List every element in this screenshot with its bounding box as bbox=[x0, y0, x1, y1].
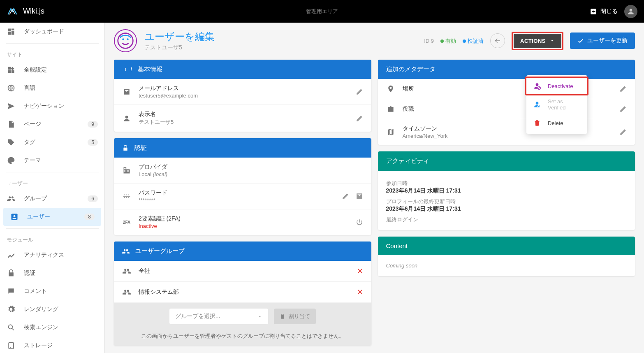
dropdown-item-delete[interactable]: Delete bbox=[526, 115, 587, 131]
page-title: ユーザーを編集 bbox=[144, 30, 215, 43]
sidebar-item-tags[interactable]: タグ5 bbox=[0, 133, 104, 151]
edit-email-button[interactable] bbox=[356, 88, 363, 95]
exit-icon bbox=[590, 8, 597, 15]
password-icon bbox=[122, 192, 131, 200]
updated-label: プロフィールの最終更新日時 bbox=[386, 198, 627, 205]
group-select[interactable]: グループを選択... bbox=[169, 309, 268, 324]
svg-rect-4 bbox=[9, 343, 14, 349]
groups-icon bbox=[122, 267, 131, 275]
clipboard-icon bbox=[280, 314, 285, 319]
svg-point-7 bbox=[127, 38, 128, 40]
tfa-power-button[interactable] bbox=[356, 218, 363, 226]
activity-header: アクティビティ bbox=[378, 151, 635, 171]
edit-location-button[interactable] bbox=[619, 85, 627, 93]
email-icon bbox=[122, 88, 131, 96]
updated-value: 2023年6月14日 水曜日 17:31 bbox=[386, 205, 627, 213]
joined-value: 2023年6月14日 水曜日 17:31 bbox=[386, 187, 627, 195]
tag-icon bbox=[7, 138, 16, 147]
person-cancel-icon bbox=[533, 82, 541, 90]
group-note: この画面からユーザーを管理者やゲストのグループに割り当てることはできません。 bbox=[114, 330, 371, 346]
location-icon bbox=[386, 85, 395, 93]
status-verified: 検証済 bbox=[463, 37, 484, 45]
navigation-icon bbox=[7, 102, 16, 111]
assign-group-button[interactable]: 割り当て bbox=[274, 309, 316, 324]
groups-count-badge: 6 bbox=[88, 195, 98, 202]
lock-icon bbox=[122, 145, 129, 151]
analytics-icon bbox=[7, 251, 16, 260]
page-subtitle: テストユーザ5 bbox=[144, 44, 215, 51]
remove-group-1-button[interactable]: ✕ bbox=[357, 288, 363, 297]
pencil-icon bbox=[619, 85, 627, 93]
search-engine-icon bbox=[7, 323, 16, 332]
remove-group-0-button[interactable]: ✕ bbox=[357, 267, 363, 276]
close-button[interactable]: 閉じる bbox=[590, 8, 618, 15]
user-avatar-large bbox=[114, 29, 137, 52]
dropdown-item-deactivate[interactable]: Deactivate bbox=[525, 77, 588, 95]
sidebar-item-general[interactable]: 全般設定 bbox=[0, 61, 104, 79]
tags-count-badge: 5 bbox=[88, 139, 98, 146]
edit-name-button[interactable] bbox=[356, 115, 363, 122]
auth-card: 認証 プロバイダLocal (local) パスワード******** 2FA … bbox=[114, 138, 371, 235]
sidebar-item-groups[interactable]: グループ6 bbox=[0, 190, 104, 208]
actions-button[interactable]: ACTIONS bbox=[514, 34, 561, 48]
joined-label: 参加日時 bbox=[386, 180, 627, 187]
send-password-button[interactable] bbox=[356, 193, 363, 200]
globe-icon bbox=[7, 84, 16, 93]
sidebar-head-users: ユーザー bbox=[0, 175, 104, 190]
tfa-badge-icon: 2FA bbox=[122, 220, 131, 225]
person-check-icon bbox=[533, 100, 541, 109]
trash-icon bbox=[533, 119, 541, 127]
metadata-header: 追加のメタデータ bbox=[378, 60, 635, 79]
power-icon bbox=[356, 218, 363, 226]
login-label: 最終ログイン bbox=[386, 216, 627, 223]
actions-dropdown: Deactivate Set as Verified Delete bbox=[526, 75, 587, 134]
page-header: ユーザーを編集 テストユーザ5 ID 9 有効 検証済 ACTIONS ユーザー… bbox=[114, 29, 635, 52]
edit-timezone-button[interactable] bbox=[619, 128, 627, 136]
sidebar: ダッシュボード サイト 全般設定 言語 ナビゲーション ページ9 タグ5 テーマ… bbox=[0, 23, 105, 353]
name-row: 表示名テストユーザ5 bbox=[114, 105, 371, 132]
user-avatar[interactable] bbox=[624, 5, 637, 18]
sidebar-item-users[interactable]: ユーザー8 bbox=[3, 208, 101, 226]
update-user-button[interactable]: ユーザーを更新 bbox=[570, 33, 635, 49]
group-assign-row: グループを選択... 割り当て bbox=[114, 303, 371, 330]
sidebar-item-search[interactable]: 検索エンジン bbox=[0, 318, 104, 337]
sidebar-item-rendering[interactable]: レンダリング bbox=[0, 300, 104, 318]
chevron-down-icon bbox=[550, 38, 555, 43]
dropdown-item-verified[interactable]: Set as Verified bbox=[526, 94, 587, 115]
sidebar-item-locale[interactable]: 言語 bbox=[0, 79, 104, 97]
sidebar-item-theme[interactable]: テーマ bbox=[0, 151, 104, 170]
app-name: Wiki.js bbox=[23, 7, 44, 16]
user-id-label: ID 9 bbox=[424, 38, 434, 44]
password-row: パスワード******** bbox=[114, 183, 371, 209]
pencil-icon bbox=[342, 193, 349, 200]
admin-area-label: 管理用エリア bbox=[306, 8, 338, 15]
status-active: 有効 bbox=[440, 37, 456, 45]
edit-job-button[interactable] bbox=[619, 105, 627, 113]
dashboard-icon bbox=[7, 27, 16, 36]
location-row: 場所 bbox=[378, 79, 635, 99]
info-icon bbox=[122, 66, 129, 73]
top-bar: Wiki.js 管理用エリア 閉じる bbox=[0, 0, 644, 23]
sidebar-head-modules: モジュール bbox=[0, 231, 104, 246]
user-box-icon bbox=[10, 212, 19, 221]
group-row-1: 情報システム部 ✕ bbox=[114, 282, 371, 303]
groups-header: ユーザーグループ bbox=[114, 242, 371, 261]
chevron-down-icon bbox=[257, 314, 262, 319]
sidebar-item-dashboard[interactable]: ダッシュボード bbox=[0, 23, 104, 41]
basic-info-card: i基本情報 メールアドレスtestuser5@example.com 表示名テス… bbox=[114, 60, 371, 132]
page-icon bbox=[7, 120, 16, 129]
logo[interactable]: Wiki.js bbox=[7, 6, 44, 17]
back-button[interactable] bbox=[490, 33, 505, 48]
sidebar-item-storage[interactable]: ストレージ bbox=[0, 337, 104, 353]
edit-password-button[interactable] bbox=[342, 193, 349, 200]
sidebar-item-analytics[interactable]: アナリティクス bbox=[0, 246, 104, 264]
content-header: Content bbox=[378, 237, 635, 255]
sidebar-item-navigation[interactable]: ナビゲーション bbox=[0, 97, 104, 115]
svg-point-3 bbox=[8, 325, 12, 329]
timezone-row: タイムゾーンAmerica/New_York bbox=[378, 119, 635, 145]
svg-point-6 bbox=[122, 38, 124, 40]
content-body: Coming soon bbox=[378, 255, 635, 276]
sidebar-item-pages[interactable]: ページ9 bbox=[0, 115, 104, 133]
sidebar-item-comments[interactable]: コメント bbox=[0, 282, 104, 300]
sidebar-item-auth[interactable]: 認証 bbox=[0, 264, 104, 282]
